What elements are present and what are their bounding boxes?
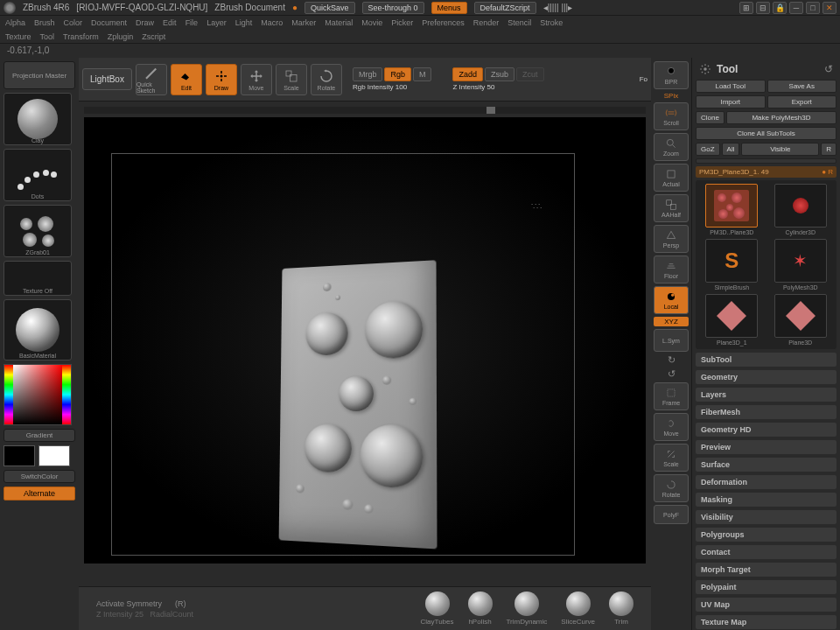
- scroll-button[interactable]: Scroll: [654, 102, 689, 130]
- section-preview[interactable]: Preview: [696, 440, 836, 454]
- menu-transform[interactable]: Transform: [63, 32, 99, 41]
- menu-picker[interactable]: Picker: [391, 18, 413, 27]
- layout-2-icon[interactable]: ⊟: [756, 2, 770, 14]
- menu-stroke[interactable]: Stroke: [540, 18, 563, 27]
- brush-hpolish[interactable]: hPolish: [468, 592, 493, 626]
- activate-symmetry-button[interactable]: Activate Symmetry (R): [96, 599, 193, 608]
- nav-rotate-button[interactable]: Rotate: [654, 474, 689, 502]
- menu-render[interactable]: Render: [473, 18, 500, 27]
- z-intensity-slider[interactable]: Z Intensity 50: [452, 83, 543, 91]
- section-subtool[interactable]: SubTool: [696, 353, 836, 367]
- tool-simplebrush[interactable]: S: [705, 239, 758, 283]
- tool-polymesh3d[interactable]: ✶: [774, 239, 827, 283]
- swatch-white[interactable]: [38, 445, 70, 466]
- alternate-button[interactable]: Alternate: [4, 486, 75, 500]
- lock-icon[interactable]: 🔒: [773, 2, 787, 14]
- local-button[interactable]: Local: [654, 286, 689, 314]
- import-button[interactable]: Import: [696, 95, 766, 108]
- section-masking[interactable]: Masking: [696, 493, 836, 507]
- clone-all-subtools-button[interactable]: Clone All SubTools: [696, 127, 836, 140]
- menus-button[interactable]: Menus: [431, 2, 467, 14]
- edit-button[interactable]: Edit: [171, 64, 202, 95]
- section-deformation[interactable]: Deformation: [696, 475, 836, 489]
- nav-move-button[interactable]: Move: [654, 413, 689, 441]
- rgb-intensity-slider[interactable]: Rgb Intensity 100: [353, 83, 432, 91]
- draw-button[interactable]: Draw: [206, 64, 237, 95]
- goz-visible-button[interactable]: Visible: [741, 143, 819, 156]
- frame-button[interactable]: Frame: [654, 382, 689, 410]
- zcut-button[interactable]: Zcut: [516, 67, 544, 81]
- make-polymesh-button[interactable]: Make PolyMesh3D: [726, 111, 836, 124]
- zoom-button[interactable]: Zoom: [654, 133, 689, 161]
- menu-texture[interactable]: Texture: [5, 32, 32, 41]
- alpha-thumbnail[interactable]: ZGrab01: [4, 205, 72, 257]
- save-as-button[interactable]: Save As: [767, 80, 837, 93]
- rotate-ccw-icon[interactable]: ↺: [668, 368, 676, 380]
- quick-sketch-button[interactable]: Quick Sketch: [136, 64, 167, 95]
- clone-button[interactable]: Clone: [696, 111, 724, 124]
- gear-icon[interactable]: [699, 63, 711, 75]
- section-polygroups[interactable]: Polygroups: [696, 528, 836, 542]
- zsub-button[interactable]: Zsub: [485, 67, 514, 81]
- persp-button[interactable]: Persp: [654, 225, 689, 253]
- swatch-black[interactable]: [4, 445, 35, 466]
- xyz-button[interactable]: XYZ: [654, 317, 689, 326]
- section-contact[interactable]: Contact: [696, 545, 836, 559]
- tool-pm3d-plane3d[interactable]: [705, 184, 758, 228]
- texture-thumbnail[interactable]: Texture Off: [4, 261, 72, 296]
- menu-tool[interactable]: Tool: [40, 32, 55, 41]
- seethrough-slider[interactable]: See-through 0: [362, 2, 424, 14]
- export-button[interactable]: Export: [767, 95, 837, 108]
- lightbox-button[interactable]: LightBox: [82, 68, 132, 90]
- floor-button[interactable]: Floor: [654, 256, 689, 284]
- timeline-slider[interactable]: [84, 107, 646, 114]
- menu-zscript[interactable]: Zscript: [142, 32, 165, 41]
- zadd-button[interactable]: Zadd: [452, 67, 483, 81]
- switch-color-button[interactable]: SwitchColor: [4, 470, 75, 483]
- section-geometry[interactable]: Geometry: [696, 370, 836, 384]
- goz-button[interactable]: GoZ: [696, 143, 720, 156]
- tool-cylinder3d[interactable]: [774, 184, 827, 228]
- brush-claytubes[interactable]: ClayTubes: [421, 592, 454, 626]
- brush-slicecurve[interactable]: SliceCurve: [561, 592, 595, 626]
- section-polypaint[interactable]: Polypaint: [696, 580, 836, 594]
- layout-1-icon[interactable]: ⊞: [739, 2, 753, 14]
- close-icon[interactable]: ✕: [822, 2, 836, 14]
- maximize-icon[interactable]: □: [806, 2, 820, 14]
- menu-alpha[interactable]: Alpha: [5, 18, 25, 27]
- polyf-button[interactable]: PolyF: [654, 505, 689, 524]
- section-texture-map[interactable]: Texture Map: [696, 615, 836, 629]
- menu-draw[interactable]: Draw: [136, 18, 154, 27]
- rotate-cw-icon[interactable]: ↻: [668, 354, 676, 366]
- menu-document[interactable]: Document: [91, 18, 127, 27]
- sculpt-model[interactable]: [279, 260, 438, 549]
- brush-thumbnail[interactable]: Clay: [4, 93, 72, 145]
- menu-stencil[interactable]: Stencil: [508, 18, 531, 27]
- menu-file[interactable]: File: [186, 18, 199, 27]
- menu-edit[interactable]: Edit: [163, 18, 177, 27]
- actual-button[interactable]: Actual: [654, 164, 689, 192]
- section-fibermesh[interactable]: FiberMesh: [696, 405, 836, 419]
- bpr-button[interactable]: BPR: [654, 61, 689, 89]
- stroke-thumbnail[interactable]: Dots: [4, 149, 72, 201]
- menu-layer[interactable]: Layer: [206, 18, 227, 27]
- aahalf-button[interactable]: AAHalf: [654, 194, 689, 222]
- tool-plane3d-1[interactable]: [705, 294, 758, 338]
- mrgb-button[interactable]: Mrgb: [353, 67, 383, 81]
- lightbox-tools-button[interactable]: Lightbox▸Tools: [696, 158, 836, 164]
- current-tool-name[interactable]: PM3D_Plane3D_1. 49● R: [696, 166, 836, 178]
- menu-light[interactable]: Light: [235, 18, 253, 27]
- menu-material[interactable]: Material: [325, 18, 353, 27]
- rotate-button[interactable]: Rotate: [311, 64, 342, 95]
- menu-marker[interactable]: Marker: [291, 18, 316, 27]
- load-tool-button[interactable]: Load Tool: [696, 80, 766, 93]
- viewport[interactable]: ∵∴: [84, 117, 646, 564]
- section-geometry-hd[interactable]: Geometry HD: [696, 423, 836, 437]
- minimize-icon[interactable]: ─: [789, 2, 803, 14]
- material-thumbnail[interactable]: BasicMaterial: [4, 299, 72, 360]
- default-zscript-button[interactable]: DefaultZScript: [474, 2, 536, 14]
- tool-plane3d[interactable]: [774, 294, 827, 338]
- move-button[interactable]: Move: [241, 64, 272, 95]
- section-morph-target[interactable]: Morph Target: [696, 563, 836, 577]
- goz-r-button[interactable]: R: [821, 143, 836, 156]
